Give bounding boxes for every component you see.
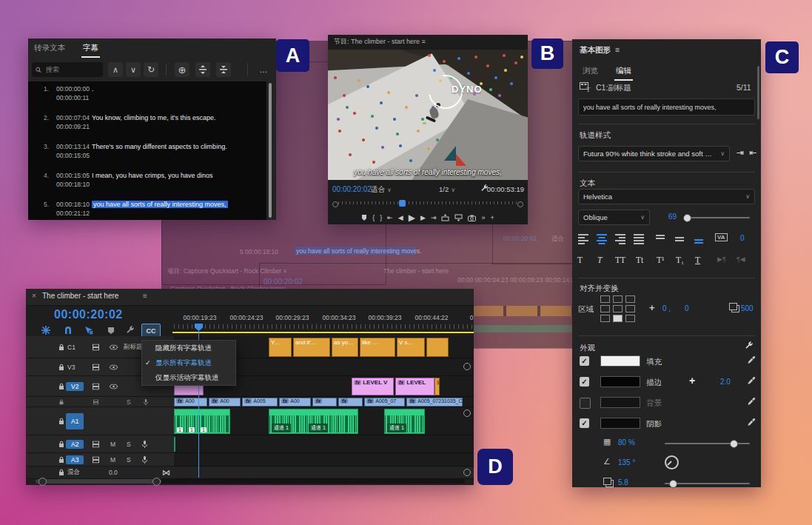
timeline-settings-wrench-icon[interactable] bbox=[124, 324, 137, 336]
shadow-angle-value[interactable]: 135 ° bbox=[618, 458, 635, 467]
tab-captions[interactable]: 字幕 bbox=[81, 39, 100, 58]
video-clip[interactable]: fxA005_07 bbox=[364, 398, 405, 407]
playhead-marker[interactable] bbox=[195, 324, 203, 331]
font-style-dropdown[interactable]: Oblique∨ bbox=[578, 210, 650, 225]
text-format-button[interactable]: T bbox=[695, 255, 700, 264]
graphic-clip[interactable]: fxLEVEL bbox=[395, 378, 434, 395]
text-format-button[interactable]: T bbox=[597, 255, 602, 264]
track-style-dropdown[interactable]: Futura 90% white think stroke and soft …… bbox=[578, 146, 730, 161]
fill-color-swatch[interactable] bbox=[600, 355, 640, 367]
panel-menu-icon[interactable]: ≡ bbox=[615, 45, 620, 54]
align-right-icon[interactable] bbox=[615, 234, 628, 244]
lock-icon[interactable] bbox=[58, 364, 64, 371]
panel-options-button[interactable]: … bbox=[256, 62, 271, 77]
zone-top-left[interactable] bbox=[600, 295, 610, 303]
snap-magnet-icon[interactable] bbox=[61, 324, 75, 336]
play-button[interactable]: ▶ bbox=[409, 213, 415, 223]
lift-icon[interactable] bbox=[441, 214, 449, 221]
appearance-settings-wrench-icon[interactable] bbox=[745, 341, 754, 350]
scroll-dot[interactable] bbox=[463, 409, 471, 417]
tab-browse[interactable]: 浏览 bbox=[581, 61, 600, 79]
fill-checkbox[interactable]: ✓ bbox=[580, 356, 589, 366]
tab-transcribe-text[interactable]: 转录文本 bbox=[33, 39, 67, 56]
caption-row[interactable]: 1. 00:00:00:00 00:00:00:11 . bbox=[28, 81, 266, 110]
pull-style-up-icon[interactable]: ⇤ bbox=[749, 147, 756, 158]
vertical-align-top-icon[interactable] bbox=[656, 234, 669, 244]
button-editor-plus[interactable]: + bbox=[490, 214, 494, 221]
zone-size-value[interactable]: 500 bbox=[741, 304, 754, 312]
track-name-c1[interactable]: C1 bbox=[67, 344, 76, 351]
track-output-eye-icon[interactable] bbox=[110, 364, 118, 369]
solo-button[interactable]: S bbox=[127, 441, 131, 448]
caption-clip[interactable]: as yo… bbox=[332, 338, 358, 357]
stroke-width-value[interactable]: 2.0 bbox=[720, 378, 731, 386]
horizontal-scrollbar[interactable] bbox=[36, 479, 465, 484]
zone-top-center[interactable] bbox=[613, 295, 623, 303]
fill-eyedropper-icon[interactable] bbox=[748, 355, 756, 364]
caption-row[interactable]: 2. 00:00:07:04 00:00:09:21 You know, cli… bbox=[28, 110, 266, 139]
playhead-timecode[interactable]: 00:00:20:02 bbox=[54, 308, 123, 321]
mark-in-button[interactable]: { bbox=[372, 214, 375, 221]
shadow-angle-dial[interactable] bbox=[665, 455, 679, 469]
resolution-dropdown[interactable]: 1/2∨ bbox=[439, 185, 455, 193]
video-clip[interactable]: fxA00 bbox=[279, 398, 311, 407]
panel-scrollbar[interactable] bbox=[757, 66, 759, 119]
solo-icon[interactable]: S bbox=[127, 398, 131, 406]
caption-text-field[interactable]: you have all sorts of really interesting… bbox=[578, 98, 755, 116]
close-icon[interactable]: × bbox=[32, 292, 36, 300]
add-caption-button[interactable]: ⊕ bbox=[175, 62, 189, 77]
add-stroke-icon[interactable]: + bbox=[689, 375, 695, 387]
track-a2-lane[interactable]: fx bbox=[174, 435, 474, 453]
lock-icon[interactable] bbox=[58, 456, 64, 464]
video-clip[interactable]: fxA00 bbox=[209, 398, 241, 407]
shadow-opacity-slider[interactable] bbox=[665, 443, 750, 444]
lock-icon[interactable] bbox=[58, 441, 64, 448]
position-x-value[interactable]: 0 , bbox=[662, 304, 671, 312]
scrubber-playhead[interactable] bbox=[399, 200, 406, 207]
shadow-eyedropper-icon[interactable] bbox=[748, 418, 756, 427]
lock-icon[interactable] bbox=[58, 344, 64, 351]
panel-menu-icon[interactable]: ≡ bbox=[143, 292, 147, 300]
font-family-dropdown[interactable]: Helvetica∨ bbox=[578, 189, 755, 204]
zone-bottom-center[interactable] bbox=[613, 315, 623, 322]
caption-text[interactable]: . bbox=[92, 85, 94, 93]
stroke-eyedropper-icon[interactable] bbox=[748, 376, 756, 385]
text-format-button[interactable]: ¶◀ bbox=[736, 255, 745, 263]
voiceover-mic-icon[interactable] bbox=[141, 455, 148, 464]
video-clip[interactable]: fx bbox=[312, 398, 337, 407]
tab-edit[interactable]: 编辑 bbox=[614, 61, 633, 81]
track-a3-lane[interactable] bbox=[174, 453, 474, 467]
zone-mid-center[interactable] bbox=[613, 305, 623, 312]
zone-bottom-right[interactable] bbox=[625, 315, 635, 322]
more-controls-button[interactable]: » bbox=[481, 214, 485, 221]
shadow-checkbox[interactable]: ✓ bbox=[580, 418, 589, 428]
text-format-button[interactable]: Tt bbox=[636, 255, 643, 264]
go-to-out-button[interactable]: ⇥ bbox=[431, 214, 437, 221]
track-target-a1[interactable]: A1 bbox=[66, 413, 84, 429]
selected-caption-label[interactable]: C1:副标题 bbox=[596, 83, 631, 93]
next-caption-button[interactable]: ∨ bbox=[126, 62, 141, 77]
menu-item[interactable]: ✓ 显示所有字幕轨道 bbox=[142, 355, 235, 370]
vertical-align-middle-icon[interactable] bbox=[675, 234, 688, 244]
panel-menu-icon[interactable]: ≡ bbox=[422, 38, 426, 45]
sync-lock-icon[interactable] bbox=[93, 383, 99, 389]
solo-button[interactable]: S bbox=[127, 456, 131, 464]
export-frame-camera-icon[interactable] bbox=[468, 215, 476, 221]
font-size-slider[interactable] bbox=[683, 217, 750, 218]
align-justify-icon[interactable] bbox=[634, 234, 647, 244]
scroll-dot[interactable] bbox=[463, 469, 471, 476]
graphic-clip[interactable]: fxLEVEL V bbox=[352, 378, 394, 395]
shadow-distance-value[interactable]: 5.8 bbox=[618, 478, 628, 486]
track-name-v3[interactable]: V3 bbox=[67, 364, 75, 371]
shadow-opacity-knob[interactable] bbox=[730, 440, 738, 448]
previous-caption-button[interactable]: ∧ bbox=[108, 62, 123, 77]
current-timecode[interactable]: 00:00:20:02 bbox=[332, 185, 372, 193]
go-to-in-button[interactable]: ⇤ bbox=[387, 214, 393, 221]
track-output-eye-icon[interactable] bbox=[110, 384, 118, 389]
caption-text[interactable]: There's so many different aspects to cli… bbox=[92, 143, 227, 150]
zone-mid-right[interactable] bbox=[625, 305, 635, 312]
background-checkbox[interactable] bbox=[580, 398, 591, 409]
scrollbar-thumb[interactable] bbox=[36, 479, 161, 484]
video-clip[interactable]: fx bbox=[338, 398, 363, 407]
voiceover-mic-icon[interactable] bbox=[143, 398, 149, 405]
